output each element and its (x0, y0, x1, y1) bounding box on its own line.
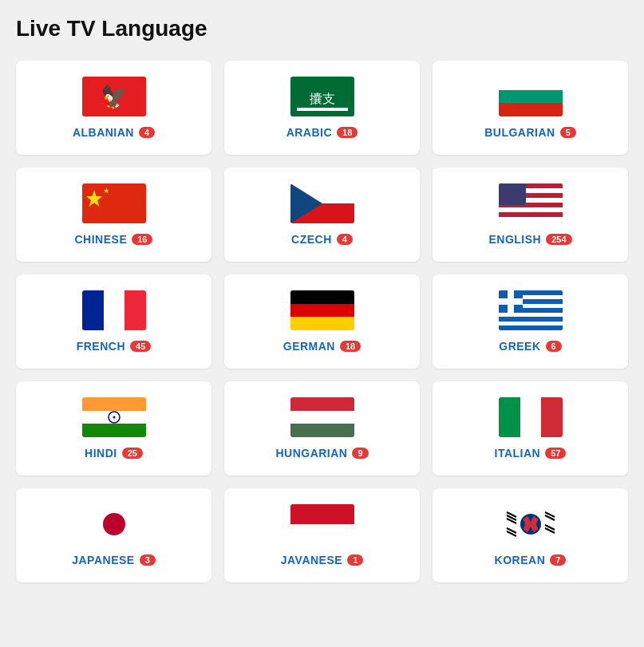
language-label-javanese: JAVANESE (281, 554, 342, 566)
svg-point-47 (113, 416, 115, 419)
count-badge-arabic: 18 (337, 127, 358, 138)
language-label-hindi: HINDI (85, 447, 117, 460)
language-label-german: GERMAN (283, 340, 335, 353)
flag-bulgarian (499, 77, 563, 116)
language-card-italian[interactable]: ITALIAN57 (433, 381, 628, 475)
language-card-bulgarian[interactable]: BULGARIAN5 (433, 61, 628, 155)
label-row-french: FRENCH45 (77, 340, 152, 353)
svg-rect-20 (499, 207, 563, 212)
flag-korean (499, 504, 563, 544)
svg-rect-23 (499, 183, 526, 205)
svg-rect-49 (290, 411, 354, 424)
label-row-chinese: CHINESE16 (75, 233, 153, 246)
flag-hungarian (290, 397, 354, 437)
label-row-japanese: JAPANESE3 (72, 554, 156, 566)
language-card-japanese[interactable]: JAPANESE3 (16, 488, 211, 582)
language-card-hindi[interactable]: HINDI25 (16, 381, 211, 475)
count-badge-german: 18 (340, 341, 361, 352)
flag-greek (499, 290, 563, 330)
svg-rect-48 (290, 397, 354, 411)
svg-rect-26 (124, 290, 146, 330)
svg-rect-45 (82, 424, 146, 437)
count-badge-japanese: 3 (140, 554, 156, 566)
svg-text:🦅: 🦅 (100, 84, 128, 110)
language-label-italian: ITALIAN (495, 447, 541, 460)
language-label-chinese: CHINESE (75, 233, 128, 246)
language-card-chinese[interactable]: CHINESE16 (16, 168, 211, 262)
svg-rect-4 (297, 108, 348, 111)
count-badge-javanese: 1 (347, 554, 363, 566)
language-label-japanese: JAPANESE (72, 554, 134, 566)
svg-rect-29 (290, 317, 354, 330)
label-row-italian: ITALIAN57 (495, 447, 567, 460)
flag-french (82, 290, 146, 330)
language-card-arabic[interactable]: 攮支 ARABIC18 (224, 61, 420, 155)
svg-rect-38 (499, 322, 563, 325)
svg-rect-53 (541, 397, 563, 437)
page-title: Live TV Language (16, 16, 628, 41)
svg-point-55 (103, 513, 125, 535)
flag-czech (290, 183, 354, 223)
language-card-albanian[interactable]: 🦅 ALBANIAN4 (16, 61, 211, 155)
label-row-greek: GREEK6 (499, 340, 561, 353)
svg-rect-36 (499, 313, 563, 317)
language-card-hungarian[interactable]: HUNGARIAN9 (224, 381, 420, 475)
svg-rect-7 (499, 103, 563, 116)
label-row-german: GERMAN18 (283, 340, 361, 353)
language-label-arabic: ARABIC (286, 126, 332, 139)
count-badge-hungarian: 9 (352, 448, 368, 459)
svg-rect-57 (290, 524, 354, 544)
flag-italian (499, 397, 563, 437)
svg-rect-6 (499, 90, 563, 103)
language-card-korean[interactable]: KOREAN7 (433, 488, 628, 582)
count-badge-french: 45 (130, 341, 151, 352)
count-badge-korean: 7 (550, 554, 566, 566)
svg-rect-43 (82, 397, 146, 411)
svg-rect-52 (520, 397, 541, 437)
svg-rect-25 (104, 290, 124, 330)
language-label-english: ENGLISH (488, 233, 541, 246)
language-label-czech: CZECH (291, 233, 332, 246)
svg-rect-27 (290, 290, 354, 304)
svg-rect-21 (499, 212, 563, 217)
label-row-bulgarian: BULGARIAN5 (484, 126, 576, 139)
language-card-english[interactable]: ENGLISH254 (433, 168, 628, 262)
svg-text:攮支: 攮支 (310, 92, 335, 105)
count-badge-english: 254 (546, 234, 571, 245)
language-label-albanian: ALBANIAN (73, 126, 134, 139)
language-card-czech[interactable]: CZECH4 (224, 168, 420, 262)
flag-japanese (82, 504, 146, 544)
flag-chinese (82, 183, 146, 223)
count-badge-greek: 6 (546, 341, 562, 352)
count-badge-italian: 57 (545, 448, 566, 459)
count-badge-bulgarian: 5 (560, 127, 576, 138)
svg-rect-42 (499, 298, 523, 305)
label-row-hindi: HINDI25 (85, 447, 143, 460)
flag-albanian: 🦅 (82, 77, 146, 116)
svg-rect-22 (499, 217, 563, 223)
language-label-greek: GREEK (499, 340, 540, 353)
label-row-albanian: ALBANIAN4 (73, 126, 155, 139)
label-row-javanese: JAVANESE1 (281, 554, 364, 566)
language-card-greek[interactable]: GREEK6 (433, 274, 628, 369)
label-row-korean: KOREAN7 (495, 554, 567, 566)
label-row-hungarian: HUNGARIAN9 (275, 447, 368, 460)
language-card-javanese[interactable]: JAVANESE1 (224, 488, 420, 582)
flag-javanese (290, 504, 354, 544)
count-badge-albanian: 4 (139, 127, 155, 138)
flag-english (499, 183, 563, 223)
count-badge-chinese: 16 (132, 234, 152, 245)
svg-rect-24 (82, 290, 104, 330)
language-card-german[interactable]: GERMAN18 (224, 274, 420, 369)
flag-german (290, 290, 354, 330)
svg-rect-5 (499, 77, 563, 90)
count-badge-czech: 4 (337, 234, 353, 245)
flag-arabic: 攮支 (290, 77, 354, 116)
svg-rect-28 (290, 304, 354, 317)
label-row-english: ENGLISH254 (488, 233, 571, 246)
language-label-korean: KOREAN (495, 554, 546, 566)
svg-rect-56 (290, 504, 354, 524)
language-label-french: FRENCH (77, 340, 125, 353)
count-badge-hindi: 25 (122, 448, 143, 459)
language-card-french[interactable]: FRENCH45 (16, 274, 211, 369)
